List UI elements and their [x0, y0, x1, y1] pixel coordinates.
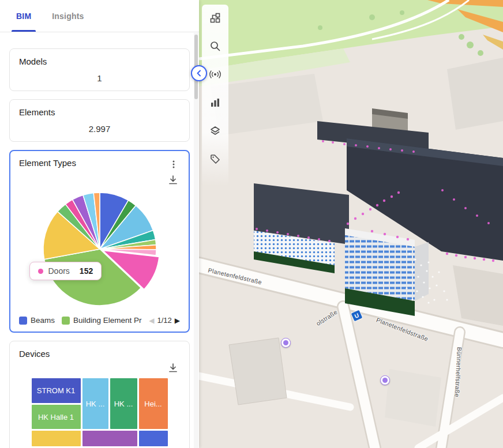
legend-next-icon[interactable]: ▶: [175, 317, 180, 324]
treemap-tile-hk-halle-1[interactable]: HK Halle 1: [32, 405, 81, 429]
tab-insights[interactable]: Insights: [42, 0, 94, 32]
legend-item-beams[interactable]: Beams: [19, 316, 55, 325]
poi-marker-icon: [283, 340, 288, 345]
legend-item-building-element-pr[interactable]: Building Element Pr: [62, 316, 142, 325]
chart-tooltip: Doors 152: [29, 262, 102, 280]
bar-chart-icon[interactable]: [205, 93, 225, 112]
element-types-card-title: Element Types: [19, 158, 76, 168]
models-card-title: Models: [19, 57, 180, 66]
cards-scroll-area: Models 1 Elements 2.997 Element Types: [0, 32, 199, 448]
tooltip-label: Doors: [48, 266, 70, 276]
legend-pager: ◀ 1/12 ▶: [149, 316, 180, 325]
elements-card-title: Elements: [19, 107, 180, 117]
sidebar-panel: BIMInsights Models 1 Elements 2.997 Elem…: [0, 0, 199, 448]
devices-treemap: STROM K1HK Halle 1HK ...HK ...Hei...: [32, 378, 168, 448]
legend-label: Building Element Pr: [73, 316, 142, 325]
treemap-tile[interactable]: [32, 431, 81, 446]
treemap-tile-hk[interactable]: HK ...: [110, 378, 137, 429]
poi-marker-icon: [382, 378, 388, 383]
element-types-card[interactable]: Element Types Doors 152: [9, 150, 190, 333]
treemap-tile-hei[interactable]: Hei...: [139, 378, 168, 429]
map-view[interactable]: PlanetenfeldstraßePlanetenfeldstraßeBünn…: [199, 0, 503, 448]
map-toolbar: [202, 5, 228, 186]
layers-icon[interactable]: [205, 121, 225, 141]
search-icon[interactable]: [205, 36, 225, 56]
download-icon[interactable]: [166, 361, 180, 375]
element-types-download-row: [19, 173, 180, 187]
tooltip-series-dot: [38, 269, 43, 274]
chevron-left-icon: [195, 69, 203, 77]
app-window: BIMInsights Models 1 Elements 2.997 Elem…: [0, 0, 503, 448]
sidebar-collapse-button[interactable]: [191, 65, 207, 81]
legend-page-indicator: 1/12: [157, 316, 171, 325]
element-types-pie: [39, 188, 161, 310]
sidebar-scrollbar[interactable]: [194, 33, 198, 448]
poi-marker-2[interactable]: [380, 375, 390, 385]
sensor-icon[interactable]: [205, 65, 225, 84]
legend-swatch: [19, 317, 27, 325]
elements-card: Elements 2.997: [9, 99, 190, 142]
treemap-tile[interactable]: [82, 431, 137, 446]
elements-card-value: 2.997: [19, 124, 180, 134]
legend-prev-icon[interactable]: ◀: [149, 317, 154, 324]
model-tree-icon[interactable]: [205, 8, 225, 28]
legend-items: BeamsBuilding Element Pr: [19, 316, 147, 325]
devices-card-title: Devices: [19, 349, 50, 359]
element-types-card-header: Element Types: [19, 158, 180, 171]
element-types-chart: Doors 152: [39, 188, 161, 310]
legend-label: Beams: [31, 316, 55, 325]
legend-swatch: [62, 317, 70, 325]
models-card-value: 1: [19, 73, 180, 83]
poi-marker-1[interactable]: [281, 338, 291, 348]
kebab-menu-icon[interactable]: [167, 158, 180, 171]
devices-card: Devices STROM K1HK Halle 1HK ...HK ...He…: [9, 341, 190, 448]
treemap-tile-hk[interactable]: HK ...: [82, 378, 108, 429]
treemap-tile[interactable]: [139, 431, 168, 446]
tab-bim[interactable]: BIM: [6, 0, 42, 32]
chart-legend: BeamsBuilding Element Pr ◀ 1/12 ▶: [19, 316, 180, 325]
treemap-tile-strom-k1[interactable]: STROM K1: [32, 378, 81, 403]
download-icon[interactable]: [166, 173, 180, 187]
devices-card-header: Devices: [19, 349, 180, 359]
models-card: Models 1: [9, 48, 190, 91]
devices-download-row: [19, 361, 180, 375]
tab-bar: BIMInsights: [0, 0, 199, 32]
tag-icon[interactable]: [205, 149, 225, 169]
tooltip-value: 152: [80, 266, 93, 276]
